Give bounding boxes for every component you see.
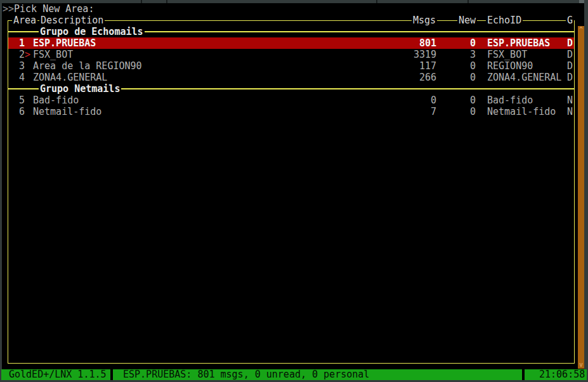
area-new: 0 — [444, 95, 476, 106]
status-bar: GoldED+/LNX 1.1.5 ESP.PRUEBAS: 801 msgs,… — [1, 369, 587, 380]
area-description: FSX_BOT — [33, 49, 73, 60]
status-divider — [522, 369, 525, 380]
area-row[interactable]: 5 Bad-fido 0 0 Bad-fido N — [0, 95, 584, 106]
area-echoid: Bad-fido — [487, 95, 533, 106]
prompt-line: >> Pick New Area: — [0, 3, 584, 15]
clock: 21:06:58 — [539, 369, 585, 380]
group-separator-netmails: Grupo Netmails — [0, 83, 584, 95]
column-header-row: Area Description Msgs New EchoID G — [0, 15, 584, 26]
area-row-selected[interactable]: 1 ESP.PRUEBAS 801 0 ESP.PRUEBAS D — [8, 37, 574, 49]
page-title: Pick New Area: — [14, 3, 94, 15]
area-new: 0 — [444, 72, 476, 83]
area-description: Bad-fido — [33, 95, 79, 106]
area-number: 2 — [8, 49, 25, 60]
golded-terminal-window: { "prompt": { "prefix": ">>", "label": "… — [0, 0, 588, 382]
area-description: ESP.PRUEBAS — [33, 37, 96, 49]
window-right-edge — [584, 0, 588, 382]
area-description: Netmail-fido — [33, 106, 101, 117]
area-number: 6 — [8, 106, 25, 117]
area-msgs: 7 — [381, 106, 436, 117]
area-new: 0 — [444, 106, 476, 117]
area-row[interactable]: 3 Area de la REGION90 117 0 REGION90 D — [0, 60, 584, 72]
column-header-area: Area — [12, 15, 37, 26]
area-group-flag: D — [567, 60, 573, 72]
area-echoid: REGION90 — [487, 60, 533, 72]
area-msgs: 266 — [381, 72, 436, 83]
current-area-status: ESP.PRUEBAS: 801 msgs, 0 unread, 0 perso… — [123, 369, 369, 380]
area-new: 0 — [444, 60, 476, 72]
area-msgs: 801 — [381, 37, 436, 49]
area-echoid: Netmail-fido — [487, 106, 556, 117]
area-msgs: 3319 — [381, 49, 436, 60]
area-group-flag: D — [567, 49, 573, 60]
area-row[interactable]: 2 > FSX_BOT 3319 3 FSX_BOT D — [0, 49, 584, 60]
area-new: 0 — [444, 37, 476, 49]
area-echoid: ESP.PRUEBAS — [487, 37, 550, 49]
area-number: 5 — [8, 95, 25, 106]
area-echoid: FSX_BOT — [487, 49, 527, 60]
area-description: Area de la REGION90 — [33, 60, 142, 72]
area-row[interactable]: 6 Netmail-fido 7 0 Netmail-fido N — [0, 106, 584, 117]
group-separator-echomails: Grupo de Echomails — [0, 26, 584, 37]
column-header-group-flag: G — [566, 15, 574, 26]
column-header-description: Description — [39, 15, 105, 26]
area-echoid: ZONA4.GENERAL — [487, 72, 561, 83]
app-version-label: GoldED+/LNX 1.1.5 — [9, 369, 107, 380]
area-msgs: 117 — [381, 60, 436, 72]
prompt-prefix: >> — [3, 3, 14, 15]
area-description: ZONA4.GENERAL — [33, 72, 107, 83]
group-label: Grupo de Echomails — [39, 26, 145, 37]
area-number: 4 — [8, 72, 25, 83]
area-group-flag: N — [567, 95, 573, 106]
area-group-flag: D — [567, 72, 573, 83]
area-msgs: 0 — [381, 95, 436, 106]
last-read-marker-icon: > — [25, 49, 30, 60]
area-new: 3 — [444, 49, 476, 60]
status-divider — [110, 369, 113, 380]
scroll-up-icon[interactable]: ^ — [578, 27, 584, 33]
column-header-msgs: Msgs — [412, 15, 437, 26]
area-group-flag: D — [567, 37, 573, 49]
area-row[interactable]: 4 ZONA4.GENERAL 266 0 ZONA4.GENERAL D — [0, 72, 584, 83]
column-header-new: New — [457, 15, 477, 26]
area-number: 1 — [8, 37, 25, 49]
area-number: 3 — [8, 60, 25, 72]
scrollbar[interactable]: ^ v — [578, 26, 584, 369]
group-label: Grupo Netmails — [39, 83, 121, 95]
column-header-echoid: EchoID — [486, 15, 523, 26]
scroll-down-icon[interactable]: v — [578, 362, 584, 368]
area-group-flag: N — [567, 106, 573, 117]
